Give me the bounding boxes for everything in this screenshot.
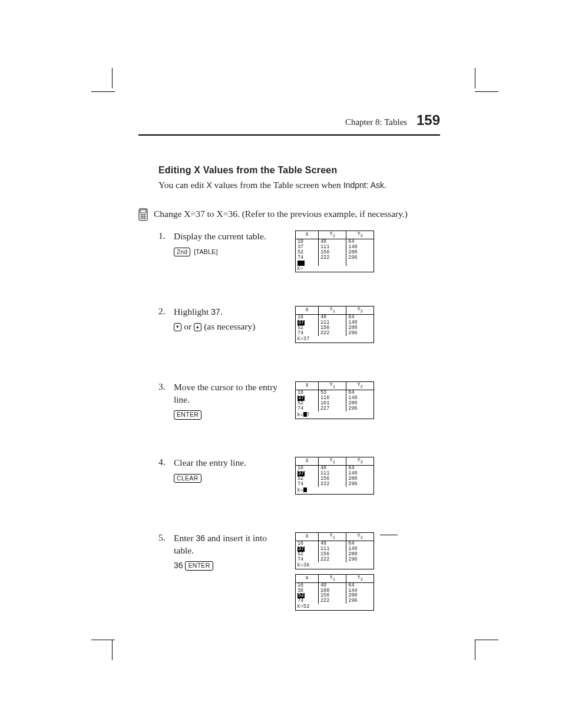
step-number: 3. — [158, 381, 174, 392]
calc-screen: XY1Y216 37 52 74 48 111 156 222 64 148 2… — [295, 457, 374, 495]
step-body: Highlight 37.▾ or ▴ (as necessary) — [174, 306, 285, 333]
step-item: 2.Highlight 37.▾ or ▴ (as necessary)XY1Y… — [158, 306, 440, 359]
section-title: Editing X Values from the Table Screen — [138, 165, 440, 176]
calculator-icon — [138, 208, 148, 221]
calc-screen: XY1Y216 37 52 74 48 111 156 222 64 148 2… — [295, 230, 374, 273]
key-enter: ENTER — [185, 561, 213, 571]
key-bracket: [TABLE] — [193, 247, 219, 257]
step-body: Clear the entry line.CLEAR — [174, 457, 285, 484]
page-header: Chapter 8: Tables 159 — [138, 112, 440, 136]
step-item: 1.Display the current table.2nd [TABLE]X… — [158, 230, 440, 284]
intro-text: You can edit X values from the Table scr… — [138, 179, 440, 192]
key-enter: ENTER — [174, 410, 201, 420]
example-instruction: Change X=37 to X=36. (Refer to the previ… — [154, 208, 408, 220]
page-number: 159 — [416, 112, 440, 128]
step-item: 4.Clear the entry line.CLEAR XY1Y216 37 … — [158, 457, 440, 510]
calc-screen: XY1Y216 37 52 74 53 116 161 227 64 148 2… — [295, 381, 374, 419]
calc-screen: XY1Y216 37 52 74 48 111 156 222 64 148 2… — [295, 306, 374, 343]
step-number: 5. — [158, 532, 174, 543]
step-number: 4. — [158, 457, 174, 467]
chapter-label: Chapter 8: Tables — [345, 117, 407, 127]
step-number: 2. — [158, 306, 174, 317]
key-clear: CLEAR — [174, 474, 201, 483]
step-number: 1. — [158, 230, 174, 241]
arrow-key: ▴ — [194, 323, 201, 331]
step-body: Display the current table.2nd [TABLE] — [174, 230, 285, 258]
result-indicator-line — [380, 535, 398, 535]
calc-screen: XY1Y216 37 52 74 48 111 156 222 64 148 2… — [295, 532, 374, 569]
key-2nd: 2nd — [174, 248, 190, 257]
calc-screen: XY1Y216 36 52 74 48 108 156 222 64 144 2… — [295, 574, 374, 611]
step-body: Enter 36 and insert it into table.36 ENT… — [174, 532, 285, 572]
step-item: 3.Move the cursor to the entry line.ENTE… — [158, 381, 440, 434]
step-item: 5.Enter 36 and insert it into table.36 E… — [158, 532, 440, 615]
step-body: Move the cursor to the entry line.ENTER — [174, 381, 285, 421]
svg-rect-1 — [140, 210, 146, 213]
arrow-key: ▾ — [174, 323, 181, 331]
